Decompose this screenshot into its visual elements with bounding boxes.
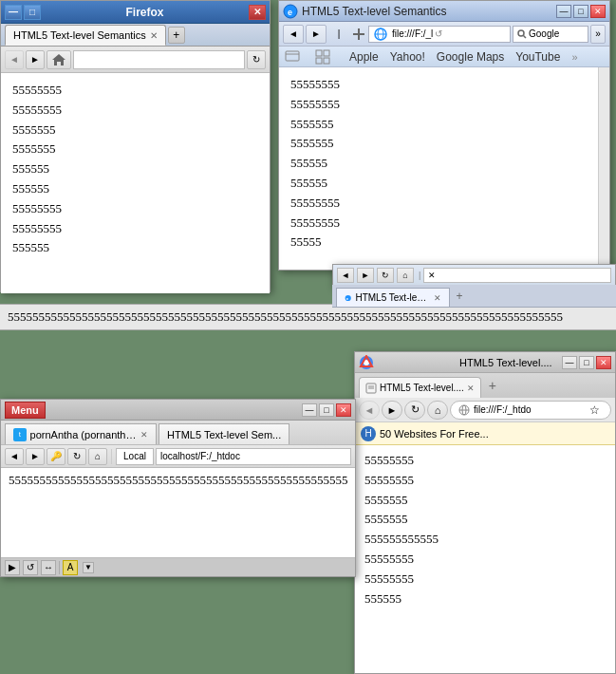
ie-content-line-2: 55555555 (290, 95, 587, 115)
opera-tab2[interactable]: HTML5 Text-level Sem... (159, 423, 289, 444)
ie-top-minimize-btn[interactable]: — (556, 5, 571, 18)
chrome-title-text: HTML5 Text-level.... (459, 357, 560, 368)
chrome-bookmark-star-icon[interactable]: ☆ (586, 402, 603, 419)
ie-mid-tab-active[interactable]: e HTML5 Text-level Semantics ✕ (336, 288, 450, 307)
ie-mid-tab-close-icon[interactable]: ✕ (434, 293, 441, 303)
ie-content-line-4: 5555555 (290, 134, 587, 154)
opera-tab1[interactable]: t pornAntha (pornantha... ✕ (5, 423, 157, 444)
chrome-content-lines: 55555555 55555555 5555555 5555555 555555… (364, 451, 606, 608)
opera-close-btn[interactable]: ✕ (336, 403, 351, 417)
opera-nav-separator (111, 449, 112, 464)
opera-minimize-btn[interactable]: — (302, 403, 317, 417)
chrome-icon (359, 355, 374, 370)
opera-network-btn[interactable]: ↔ (41, 560, 56, 575)
ie-top-back-btn[interactable]: ◄ (283, 25, 304, 44)
opera-refresh-btn[interactable]: ↺ (23, 560, 38, 575)
chrome-address-bar[interactable]: file:///F:/_htdo ☆ (450, 401, 611, 420)
chrome-titlebar: HTML5 Text-level.... — □ ✕ (355, 352, 615, 373)
opera-local-btn[interactable]: Local (116, 448, 154, 465)
ie-fav-google-maps[interactable]: Google Maps (437, 50, 504, 64)
chrome-new-tab-btn[interactable]: + (483, 377, 502, 394)
chrome-maximize-btn[interactable]: □ (579, 356, 594, 369)
firefox-tab-close-icon[interactable]: ✕ (150, 30, 158, 41)
opera-address-bar[interactable]: localhost/F:/_htdoc (156, 448, 351, 465)
ie-top-address-bar[interactable]: file:///F:/_l ↺ (368, 26, 511, 43)
chrome-tab-page-icon (365, 383, 377, 394)
chrome-tab-close-icon[interactable]: ✕ (467, 384, 475, 393)
chrome-line-5: 555555555555 (364, 530, 606, 550)
opera-highlight-btn[interactable]: A (63, 560, 78, 575)
svg-rect-13 (324, 50, 329, 56)
ie-mid-forward-btn[interactable]: ► (357, 268, 374, 283)
firefox-tab-active[interactable]: HTML5 Text-level Semantics ✕ (5, 25, 166, 46)
chrome-line-2: 55555555 (364, 471, 606, 491)
opera-menu-btn[interactable]: Menu (5, 402, 46, 419)
chrome-close-btn[interactable]: ✕ (596, 356, 611, 369)
chrome-home-btn[interactable]: ⌂ (427, 401, 448, 420)
svg-marker-0 (52, 54, 65, 66)
ie-mid-home-btn[interactable]: ⌂ (397, 268, 414, 283)
firefox-maximize-btn[interactable]: □ (24, 5, 41, 20)
opera-address-text: localhost/F:/_htdoc (160, 451, 240, 461)
firefox-minimize-btn[interactable]: — (5, 5, 22, 20)
ie-mid-reload-btn[interactable]: ↻ (377, 268, 394, 283)
firefox-window: — □ Firefox ✕ HTML5 Text-level Semantics… (0, 0, 271, 292)
firefox-forward-btn[interactable]: ► (26, 50, 45, 69)
chrome-title-area (359, 355, 459, 370)
opera-titlebar: Menu — □ ✕ (1, 400, 355, 421)
firefox-back-btn[interactable]: ◄ (5, 50, 24, 69)
ie-icon: e (283, 4, 298, 19)
opera-play-btn[interactable]: ▶ (5, 560, 20, 575)
opera-tab1-close-icon[interactable]: ✕ (140, 430, 148, 440)
middle-wide-bar: 5555555555555555555555555555555555555555… (0, 304, 616, 330)
ie-content-line-8: 55555555 (290, 214, 587, 234)
opera-tab-bar: t pornAntha (pornantha... ✕ HTML5 Text-l… (1, 421, 355, 445)
opera-maximize-btn[interactable]: □ (319, 403, 334, 417)
ie-fav-more[interactable]: » (571, 51, 577, 63)
ie-top-maximize-btn[interactable]: □ (573, 5, 588, 18)
content-line-6: 555555 (12, 179, 258, 199)
ie-mid-new-tab-btn[interactable]: + (452, 288, 467, 305)
firefox-content: 55555555 55555555 5555555 5555555 555555… (1, 73, 270, 293)
opera-reload-btn[interactable]: ↻ (67, 448, 86, 465)
content-line-3: 5555555 (12, 121, 258, 140)
ie-fav-apple[interactable]: Apple (349, 50, 379, 64)
chrome-line-4: 5555555 (364, 510, 606, 530)
chrome-forward-btn[interactable]: ► (382, 401, 402, 420)
chrome-line-3: 5555555 (364, 491, 606, 511)
ie-top-close-btn[interactable]: ✕ (590, 5, 606, 18)
ie-mid-close-btn[interactable]: ✕ (423, 268, 611, 283)
opera-home-btn[interactable]: ⌂ (88, 448, 107, 465)
firefox-address-bar[interactable] (73, 50, 245, 69)
chrome-window: HTML5 Text-level.... — □ ✕ HTML5 Text-le… (354, 351, 616, 674)
ie-top-search-bar[interactable]: Google (513, 26, 588, 43)
opera-dropdown-btn[interactable]: ▼ (83, 562, 94, 573)
ie-mid-separator: | (419, 271, 420, 280)
firefox-home-btn[interactable] (47, 50, 71, 69)
opera-key-btn[interactable]: 🔑 (47, 448, 65, 465)
ie-top-search-btn[interactable]: » (590, 25, 606, 44)
chrome-tab-active[interactable]: HTML5 Text-level.... ✕ (359, 377, 481, 398)
ie-top-scrollbar[interactable] (598, 67, 609, 270)
chrome-minimize-btn[interactable]: — (562, 356, 577, 369)
ie-mid-tab-label: HTML5 Text-level Semantics (355, 292, 430, 303)
chrome-tab-bar: HTML5 Text-level.... ✕ + (355, 373, 615, 398)
firefox-new-tab-btn[interactable]: + (168, 27, 185, 44)
opera-status-divider (59, 561, 60, 574)
twitter-icon: t (13, 428, 27, 441)
firefox-close-btn[interactable]: ✕ (249, 5, 266, 20)
ie-top-forward-btn[interactable]: ► (306, 25, 327, 44)
svg-point-8 (518, 30, 524, 36)
firefox-reload-btn[interactable]: ↻ (247, 50, 266, 69)
opera-back-btn[interactable]: ◄ (5, 448, 24, 465)
chrome-line-7: 55555555 (364, 570, 606, 590)
ie-content-line-9: 55555 (290, 233, 587, 253)
chrome-reload-btn[interactable]: ↻ (404, 401, 425, 420)
ie-content-line-7: 55555555 (290, 194, 587, 214)
opera-forward-btn[interactable]: ► (26, 448, 45, 465)
chrome-back-btn[interactable]: ◄ (359, 401, 380, 420)
ie-fav-yahoo[interactable]: Yahoo! (390, 50, 425, 64)
ie-mid-back-btn[interactable]: ◄ (337, 268, 354, 283)
content-line-4: 5555555 (12, 140, 258, 159)
ie-fav-youtube[interactable]: YouTube (515, 50, 560, 64)
